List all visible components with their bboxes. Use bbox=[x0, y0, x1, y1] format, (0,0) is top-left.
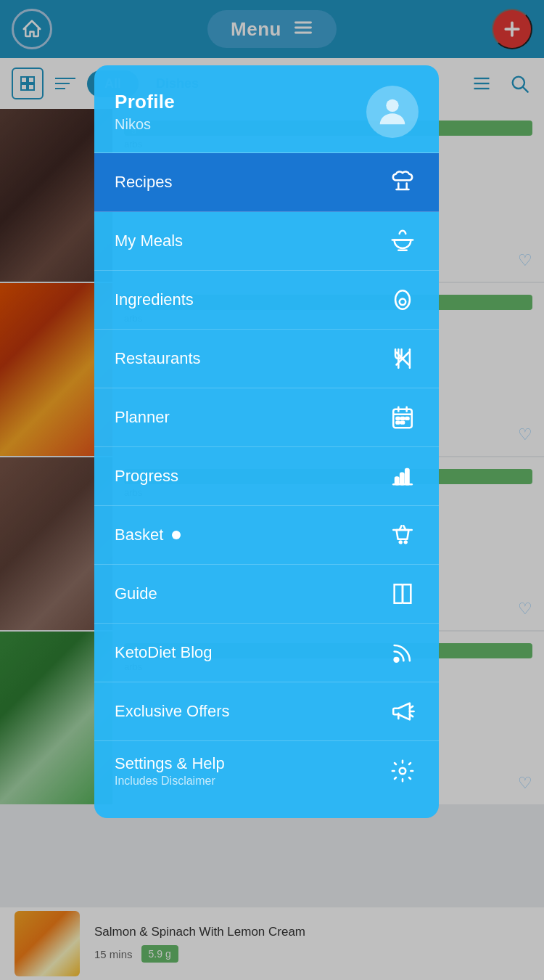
bowl-icon bbox=[387, 225, 419, 257]
svg-point-14 bbox=[386, 99, 398, 112]
cutlery-icon bbox=[387, 343, 419, 375]
avatar bbox=[366, 86, 419, 138]
menu-item-settings-help[interactable]: Settings & Help Includes Disclaimer bbox=[94, 741, 439, 801]
menu-item-recipes[interactable]: Recipes bbox=[94, 153, 439, 212]
menu-item-ingredients-label: Ingredients bbox=[115, 290, 194, 309]
menu-item-settings-sublabel: Includes Disclaimer bbox=[115, 775, 225, 788]
gear-icon bbox=[387, 755, 419, 787]
menu-item-exclusive-offers[interactable]: Exclusive Offers bbox=[94, 682, 439, 741]
svg-rect-25 bbox=[397, 417, 400, 420]
menu-item-recipes-label: Recipes bbox=[115, 173, 172, 192]
menu-item-progress[interactable]: Progress bbox=[94, 447, 439, 506]
menu-item-planner[interactable]: Planner bbox=[94, 388, 439, 447]
avocado-icon bbox=[387, 284, 419, 316]
menu-item-restaurants[interactable]: Restaurants bbox=[94, 330, 439, 388]
menu-item-planner-label: Planner bbox=[115, 408, 170, 427]
menu-item-my-meals-label: My Meals bbox=[115, 232, 183, 250]
svg-point-35 bbox=[400, 542, 402, 544]
svg-point-36 bbox=[405, 542, 407, 544]
chart-icon bbox=[387, 460, 419, 492]
user-avatar-icon bbox=[374, 93, 411, 131]
menu-item-guide-label: Guide bbox=[115, 584, 157, 603]
profile-label: Profile bbox=[115, 91, 175, 113]
svg-point-38 bbox=[395, 658, 399, 662]
svg-rect-31 bbox=[395, 477, 398, 484]
menu-item-my-meals[interactable]: My Meals bbox=[94, 212, 439, 271]
svg-point-43 bbox=[400, 768, 406, 775]
profile-username: Nikos bbox=[115, 116, 175, 133]
menu-item-ketodiet-blog-label: KetoDiet Blog bbox=[115, 643, 213, 662]
rss-icon bbox=[387, 637, 419, 669]
menu-item-ketodiet-blog[interactable]: KetoDiet Blog bbox=[94, 624, 439, 682]
megaphone-icon bbox=[387, 695, 419, 727]
menu-item-restaurants-label: Restaurants bbox=[115, 349, 201, 368]
menu-item-settings-help-label: Settings & Help bbox=[115, 754, 225, 773]
svg-rect-28 bbox=[397, 422, 400, 424]
menu-item-guide[interactable]: Guide bbox=[94, 565, 439, 624]
svg-rect-33 bbox=[405, 469, 408, 484]
menu-profile-section[interactable]: Profile Nikos bbox=[94, 65, 439, 153]
menu-drawer: Profile Nikos Recipes My Meals bbox=[94, 65, 439, 818]
svg-rect-29 bbox=[401, 422, 404, 424]
basket-icon bbox=[387, 519, 419, 551]
chef-hat-icon bbox=[387, 166, 419, 198]
svg-point-15 bbox=[395, 290, 410, 309]
menu-item-basket[interactable]: Basket bbox=[94, 506, 439, 565]
svg-point-16 bbox=[400, 299, 406, 306]
book-icon bbox=[387, 578, 419, 610]
svg-rect-26 bbox=[401, 417, 404, 420]
menu-item-exclusive-offers-label: Exclusive Offers bbox=[115, 702, 230, 721]
basket-dot-indicator bbox=[172, 531, 181, 539]
menu-item-progress-label: Progress bbox=[115, 467, 178, 486]
svg-rect-32 bbox=[400, 473, 403, 485]
calendar-icon bbox=[387, 401, 419, 433]
menu-item-ingredients[interactable]: Ingredients bbox=[94, 271, 439, 330]
svg-rect-27 bbox=[405, 417, 408, 420]
menu-item-basket-label: Basket bbox=[115, 526, 163, 544]
